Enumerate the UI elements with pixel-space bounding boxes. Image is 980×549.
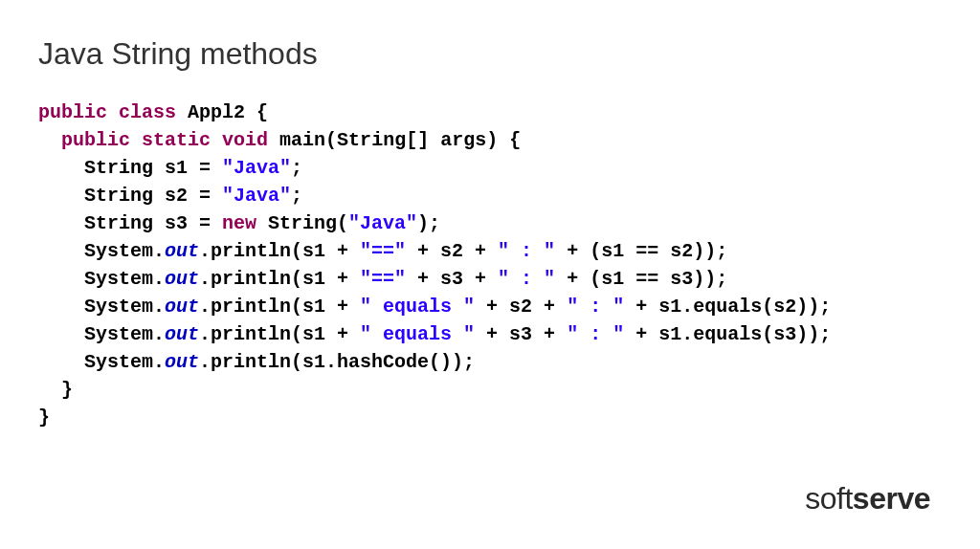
code-text: String s3 =	[84, 212, 222, 234]
code-text: ;	[291, 185, 302, 207]
kw-new: new	[222, 212, 256, 234]
field-out: out	[165, 296, 199, 318]
code-text: System.	[84, 268, 165, 290]
brand-logo: softserve	[805, 481, 930, 516]
field-out: out	[165, 240, 199, 262]
kw-public: public	[61, 129, 130, 151]
code-text: System.	[84, 296, 165, 318]
code-text: String s1 =	[84, 157, 222, 179]
string-literal: " equals "	[360, 296, 475, 318]
code-text: + s1.equals(s3));	[624, 323, 831, 345]
field-out: out	[165, 323, 199, 345]
string-literal: "Java"	[222, 157, 291, 179]
brace-close: }	[38, 406, 50, 428]
string-literal: "=="	[360, 268, 406, 290]
code-text: + (s1 == s2));	[555, 240, 727, 262]
code-text: .println(s1.hashCode());	[199, 351, 475, 373]
code-text: + s3 +	[475, 323, 567, 345]
brand-part1: soft	[805, 481, 853, 516]
code-text: .println(s1 +	[199, 240, 360, 262]
code-text: ;	[291, 157, 302, 179]
string-literal: " equals "	[360, 323, 475, 345]
brand-part2: serve	[853, 481, 930, 516]
string-literal: " : "	[567, 323, 624, 345]
code-text: + s2 +	[475, 296, 567, 318]
code-text: System.	[84, 323, 165, 345]
string-literal: " : "	[567, 296, 624, 318]
string-literal: " : "	[498, 240, 555, 262]
code-text: + s3 +	[406, 268, 498, 290]
code-text: .println(s1 +	[199, 268, 360, 290]
kw-void: void	[222, 129, 268, 151]
code-text: + s2 +	[406, 240, 498, 262]
code-text: + s1.equals(s2));	[624, 296, 831, 318]
code-text: + (s1 == s3));	[555, 268, 727, 290]
slide-title: Java String methods	[38, 36, 942, 72]
code-text: .println(s1 +	[199, 296, 360, 318]
code-block: public class Appl2 { public static void …	[38, 99, 942, 431]
field-out: out	[165, 351, 199, 373]
string-literal: " : "	[498, 268, 555, 290]
kw-public: public	[38, 101, 107, 123]
code-text: );	[417, 212, 440, 234]
method-sig: main(String[] args) {	[279, 129, 521, 151]
kw-class: class	[119, 101, 176, 123]
string-literal: "=="	[360, 240, 406, 262]
code-text: System.	[84, 351, 165, 373]
class-name: Appl2 {	[188, 101, 268, 123]
string-literal: "Java"	[348, 212, 417, 234]
code-text: System.	[84, 240, 165, 262]
code-text: String s2 =	[84, 185, 222, 207]
code-text: String(	[256, 212, 348, 234]
field-out: out	[165, 268, 199, 290]
code-text: .println(s1 +	[199, 323, 360, 345]
string-literal: "Java"	[222, 185, 291, 207]
kw-static: static	[142, 129, 211, 151]
brace-close: }	[61, 379, 73, 401]
